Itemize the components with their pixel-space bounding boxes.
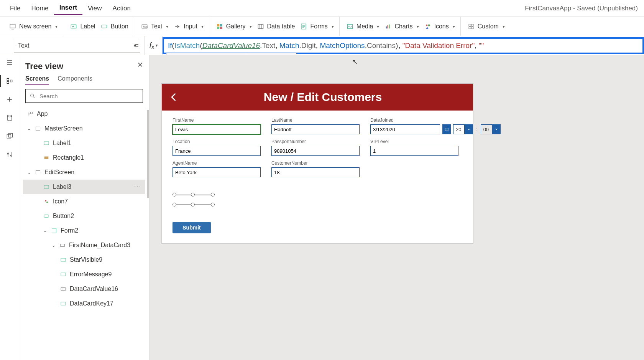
label-lastname: LastName (271, 117, 360, 123)
input-passport[interactable] (271, 146, 360, 156)
svg-rect-44 (31, 112, 33, 114)
rail-insert[interactable] (5, 95, 14, 104)
tab-screens[interactable]: Screens (25, 75, 49, 85)
tree-node-datacardkey17[interactable]: DataCardKey17 (23, 296, 145, 311)
icon-icon (43, 198, 50, 205)
rail-data[interactable] (5, 114, 14, 122)
svg-rect-53 (44, 215, 49, 218)
svg-rect-8 (217, 24, 219, 26)
menu-action[interactable]: Action (107, 2, 136, 15)
formula-bar[interactable]: If(IsMatch(DataCardValue16.Text, Match.D… (163, 37, 644, 54)
ribbon-custom-label: Custom (478, 23, 499, 30)
svg-rect-23 (428, 24, 430, 26)
ribbon-charts[interactable]: Charts ▾ (384, 23, 419, 30)
node-more-button[interactable]: ··· (134, 183, 145, 190)
tree-node-firstname-datacard[interactable]: ⌄ FirstName_DataCard3 (23, 238, 145, 253)
svg-rect-10 (217, 27, 219, 29)
tree-scrollbar[interactable] (147, 110, 149, 198)
form-icon (51, 227, 58, 234)
input-firstname[interactable] (172, 124, 261, 134)
ribbon-new-screen[interactable]: New screen ▾ (9, 23, 58, 30)
ribbon-label[interactable]: Label (70, 23, 95, 30)
tab-components[interactable]: Components (58, 75, 92, 85)
input-lastname[interactable] (271, 124, 360, 134)
fx-button[interactable]: fx▾ (144, 36, 163, 55)
input-location[interactable] (172, 146, 261, 156)
svg-point-52 (46, 201, 48, 203)
ribbon-icons[interactable]: Icons ▾ (424, 23, 455, 30)
tree-node-label: App (37, 111, 48, 117)
tree-search[interactable] (25, 89, 143, 103)
ribbon-input[interactable]: Input ▾ (174, 23, 204, 30)
ribbon-media[interactable]: Media ▾ (347, 23, 380, 30)
tree-node-masterscreen[interactable]: ⌄ MasterScreen (23, 121, 145, 136)
label-vip: VIPLevel (370, 139, 458, 144)
menu-file[interactable]: File (5, 2, 26, 15)
gallery-icon (216, 23, 223, 30)
input-custno[interactable] (271, 167, 360, 177)
chevron-down-icon: ▾ (166, 24, 168, 29)
caret-icon: ⌄ (27, 170, 31, 175)
card-datejoined: DateJoined 20 : 00 (370, 117, 501, 134)
svg-rect-21 (389, 24, 390, 28)
tree-node-label: Icon7 (53, 198, 68, 205)
property-selector[interactable]: Text ▾ (14, 39, 140, 53)
tree-node-label1[interactable]: Label1 (23, 136, 145, 150)
tree-node-label: Button2 (53, 213, 74, 220)
ribbon-datatable[interactable]: Data table (257, 23, 295, 30)
text-icon: Abc (141, 23, 148, 30)
tree-node-app[interactable]: App (23, 107, 145, 121)
tok-contains: .Contains (365, 41, 396, 50)
ribbon-custom[interactable]: Custom ▾ (468, 23, 505, 30)
svg-rect-28 (472, 26, 473, 28)
menu-home[interactable]: Home (26, 2, 54, 15)
app-preview-frame: New / Edit Customers FirstName LastName … (162, 84, 473, 243)
menu-insert[interactable]: Insert (54, 2, 82, 15)
submit-button[interactable]: Submit (172, 222, 211, 233)
calendar-button[interactable] (442, 124, 451, 134)
tree-search-input[interactable] (39, 93, 139, 99)
tree-node-button2[interactable]: Button2 (23, 209, 145, 223)
tree-node-label: Rectangle1 (53, 154, 84, 161)
tree-list: App ⌄ MasterScreen Label1 Rectangle1 ⌄ E… (23, 107, 145, 311)
ribbon-gallery[interactable]: Gallery ▾ (216, 23, 252, 30)
svg-rect-43 (28, 112, 30, 114)
hour-value: 20 (453, 124, 465, 134)
input-datejoined[interactable] (370, 124, 440, 134)
rail-advanced[interactable] (5, 150, 14, 159)
minute-dropdown[interactable]: 00 (481, 124, 501, 134)
rail-media[interactable] (5, 132, 14, 140)
tree-node-icon7[interactable]: Icon7 (23, 194, 145, 209)
tree-node-starvisible9[interactable]: StarVisible9 (23, 253, 145, 267)
svg-rect-46 (36, 127, 40, 130)
tree-node-editscreen[interactable]: ⌄ EditScreen (23, 165, 145, 180)
tree-node-label: Label1 (53, 140, 71, 147)
label-firstname: FirstName (172, 117, 261, 123)
tree-node-form2[interactable]: ⌄ Form2 (23, 223, 145, 238)
button-icon (43, 213, 50, 220)
app-header-title: New / Edit Customers (179, 91, 466, 104)
label-icon (70, 23, 77, 30)
tree-node-rectangle1[interactable]: Rectangle1 (23, 150, 145, 165)
tree-node-errormessage9[interactable]: ErrorMessage9 (23, 267, 145, 282)
datacard-icon (59, 242, 66, 249)
tree-node-label: EditScreen (44, 169, 74, 176)
workspace: Tree view ✕ Screens Components App ⌄ Mas… (0, 55, 644, 360)
ribbon-forms[interactable]: Forms ▾ (300, 23, 334, 30)
svg-point-41 (31, 94, 34, 97)
tree-node-label3[interactable]: Label3 ··· (23, 180, 145, 194)
back-icon[interactable] (169, 92, 179, 102)
selected-control-handles[interactable] (172, 193, 215, 206)
input-vip[interactable] (370, 146, 458, 156)
input-agent[interactable] (172, 167, 261, 177)
close-panel-button[interactable]: ✕ (137, 61, 143, 69)
rail-tree-view[interactable] (5, 77, 14, 85)
ribbon-button[interactable]: Button (101, 23, 128, 30)
rail-hamburger[interactable] (5, 58, 14, 67)
tree-node-datacardvalue16[interactable]: DataCardValue16 (23, 282, 145, 296)
button-icon (101, 23, 108, 30)
tok-var: DataCardValue16 (202, 41, 260, 50)
hour-dropdown[interactable]: 20 (453, 124, 473, 134)
ribbon-text[interactable]: Abc Text ▾ (141, 23, 168, 30)
menu-view[interactable]: View (82, 2, 107, 15)
